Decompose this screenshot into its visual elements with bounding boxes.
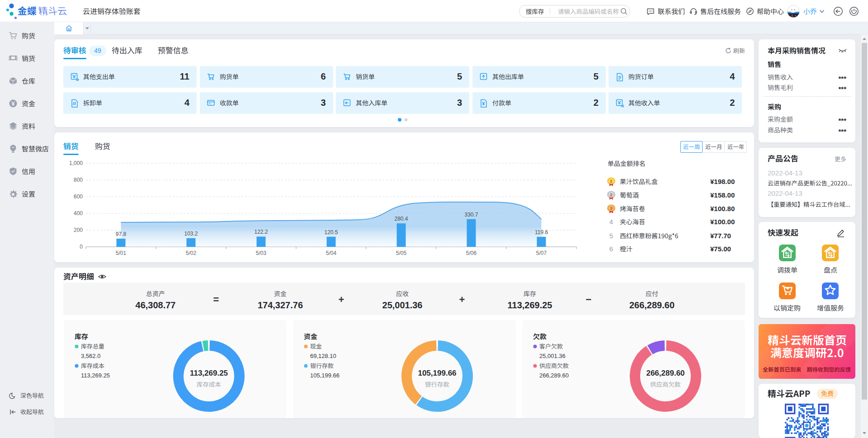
svg-text:119.6: 119.6 — [535, 229, 548, 235]
svg-text:800: 800 — [74, 177, 83, 183]
svg-text:5/05: 5/05 — [396, 250, 407, 256]
svg-text:5/02: 5/02 — [186, 250, 197, 256]
svg-text:330.7: 330.7 — [464, 212, 478, 218]
svg-text:1: 1 — [610, 179, 613, 184]
svg-text:600: 600 — [74, 193, 83, 200]
svg-text:120.5: 120.5 — [324, 229, 338, 235]
svg-text:280.4: 280.4 — [394, 216, 408, 222]
svg-text:3: 3 — [610, 206, 612, 211]
svg-text:0: 0 — [80, 244, 83, 250]
svg-text:200: 200 — [74, 227, 83, 233]
svg-text:97.8: 97.8 — [116, 231, 127, 237]
svg-text:5/03: 5/03 — [256, 250, 267, 256]
svg-text:5/06: 5/06 — [466, 250, 477, 256]
svg-text:5/07: 5/07 — [536, 250, 547, 256]
svg-text:2: 2 — [610, 192, 612, 197]
svg-text:5/04: 5/04 — [326, 250, 337, 256]
svg-text:400: 400 — [74, 210, 83, 217]
svg-text:1,000: 1,000 — [69, 160, 83, 166]
svg-text:5/01: 5/01 — [116, 250, 127, 256]
svg-text:103.2: 103.2 — [184, 231, 198, 237]
svg-text:122.2: 122.2 — [254, 229, 268, 235]
